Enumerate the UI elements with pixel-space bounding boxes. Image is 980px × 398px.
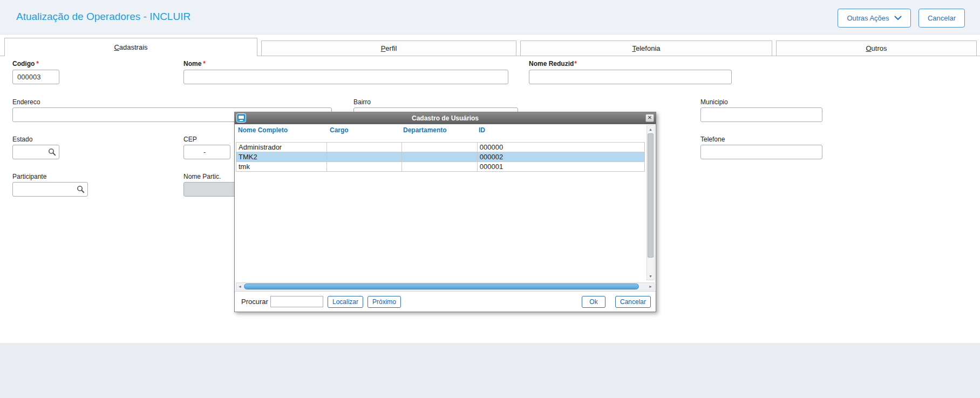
codigo-input[interactable] xyxy=(12,70,59,84)
user-cell xyxy=(402,152,478,161)
proximo-button[interactable]: Próximo xyxy=(368,296,401,308)
column-header-departamento[interactable]: Departamento xyxy=(403,126,447,134)
codigo-label: Codigo* xyxy=(12,60,39,68)
tab-outros[interactable]: Outros xyxy=(776,41,977,56)
scroll-left-icon[interactable]: ◄ xyxy=(236,283,243,290)
cancel-button-label: Cancelar xyxy=(928,14,956,22)
endereco-label: Endereco xyxy=(12,98,40,106)
procurar-input[interactable] xyxy=(270,296,323,307)
dialog-footer: Procurar Localizar Próximo Ok Cancelar xyxy=(235,291,656,312)
nome-input[interactable] xyxy=(183,70,508,84)
app-header: Atualização de Operadores - INCLUIR Outr… xyxy=(0,0,980,35)
screen: Atualização de Operadores - INCLUIR Outr… xyxy=(0,0,980,398)
participante-lookup xyxy=(12,182,88,197)
column-header-cargo[interactable]: Cargo xyxy=(330,126,349,134)
nome-reduzido-input[interactable] xyxy=(529,70,732,84)
cadastro-usuarios-dialog: Cadastro de Usuários ✕ Nome Completo Car… xyxy=(234,112,656,312)
dialog-title: Cadastro de Usuários xyxy=(235,114,656,122)
user-cell xyxy=(327,143,403,152)
scroll-right-icon[interactable]: ► xyxy=(647,283,654,290)
user-cell xyxy=(402,143,478,152)
page-footer xyxy=(0,343,980,398)
telefone-input[interactable] xyxy=(700,145,822,159)
estado-label: Estado xyxy=(12,136,32,143)
municipio-input[interactable] xyxy=(700,107,822,122)
outras-acoes-label: Outras Ações xyxy=(847,14,889,22)
user-cell: TMK2 xyxy=(236,152,327,161)
tab-telefonia-label: Telefonia xyxy=(632,44,660,52)
column-header-id[interactable]: ID xyxy=(479,126,485,134)
dialog-titlebar[interactable]: Cadastro de Usuários ✕ xyxy=(235,112,656,124)
user-cell: 000002 xyxy=(478,152,644,161)
nome-label: Nome* xyxy=(183,60,206,68)
user-row[interactable]: Administrador000000 xyxy=(236,142,645,152)
tab-cadastrais-label: Cadastrais xyxy=(114,43,147,51)
tab-cadastrais[interactable]: Cadastrais xyxy=(4,38,257,56)
user-cell xyxy=(327,152,403,161)
horizontal-scroll-thumb[interactable] xyxy=(244,284,639,289)
cep-label: CEP xyxy=(183,136,197,143)
required-marker: * xyxy=(574,60,577,68)
procurar-label: Procurar xyxy=(241,298,268,306)
search-icon[interactable] xyxy=(48,148,56,156)
user-cell xyxy=(402,162,478,171)
ok-button[interactable]: Ok xyxy=(582,296,605,308)
cancel-button[interactable]: Cancelar xyxy=(918,9,965,28)
municipio-label: Municipio xyxy=(700,98,728,106)
required-marker: * xyxy=(36,60,39,68)
user-cell: Administrador xyxy=(236,143,327,152)
user-cell xyxy=(327,162,403,171)
chevron-down-icon xyxy=(894,14,902,22)
page-title: Atualização de Operadores - INCLUIR xyxy=(16,11,190,23)
user-table: Nome Completo Cargo Departamento ID Admi… xyxy=(235,124,656,281)
user-row[interactable]: TMK2000002 xyxy=(236,152,645,162)
vertical-scroll-thumb[interactable] xyxy=(648,133,654,258)
column-header-nome-completo[interactable]: Nome Completo xyxy=(238,126,288,134)
telefone-label: Telefone xyxy=(700,136,725,143)
tab-perfil[interactable]: Perfil xyxy=(261,41,516,56)
user-cell: 000000 xyxy=(478,143,644,152)
close-icon[interactable]: ✕ xyxy=(645,114,654,122)
user-cell: 000001 xyxy=(478,162,644,171)
bairro-label: Bairro xyxy=(353,98,371,106)
scroll-down-icon[interactable]: ▼ xyxy=(647,273,654,280)
horizontal-scrollbar[interactable]: ◄ ► xyxy=(236,282,655,291)
search-icon[interactable] xyxy=(77,185,85,193)
cep-input[interactable] xyxy=(183,145,230,159)
required-marker: * xyxy=(203,60,206,68)
vertical-scrollbar[interactable]: ▲ ▼ xyxy=(646,125,655,280)
user-cell: tmk xyxy=(236,162,327,171)
localizar-button[interactable]: Localizar xyxy=(328,296,363,308)
estado-lookup xyxy=(12,145,59,159)
tab-perfil-label: Perfil xyxy=(381,44,397,52)
tab-outros-label: Outros xyxy=(866,44,887,52)
dialog-cancelar-button[interactable]: Cancelar xyxy=(615,296,651,308)
participante-label: Participante xyxy=(12,173,46,180)
user-row[interactable]: tmk000001 xyxy=(236,161,645,172)
tab-telefonia[interactable]: Telefonia xyxy=(520,41,772,56)
user-table-rows: Administrador000000TMK2000002tmk000001 xyxy=(236,142,645,172)
nome-reduzido-label: Nome Reduzid* xyxy=(529,60,577,68)
outras-acoes-button[interactable]: Outras Ações xyxy=(838,9,911,28)
scroll-up-icon[interactable]: ▲ xyxy=(647,126,654,133)
nome-partic-label: Nome Partic. xyxy=(183,173,221,180)
